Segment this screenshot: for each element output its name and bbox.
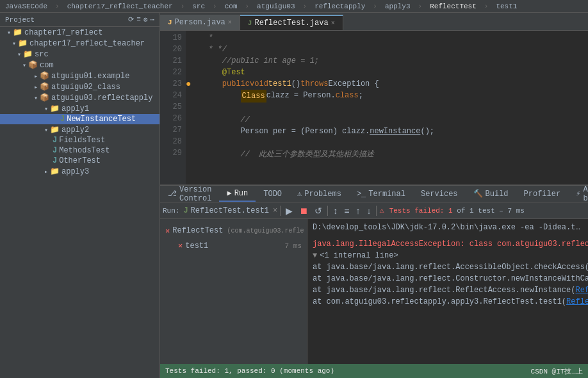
trace-accessible-object: at java.base/java.lang.reflect.Accessibl… [313, 261, 583, 273]
warning-icon: ⚠ [379, 206, 384, 215]
tree-item-apply2[interactable]: ▾ 📁 apply2 [0, 124, 159, 135]
run-status-text: Tests failed: 1 of 1 test – 7 ms [389, 207, 525, 215]
keyword-public: public [222, 78, 250, 90]
sync-icon[interactable]: ⟳ [128, 15, 134, 24]
code-line-27: Person per = (Person) clazz. newInstance… [204, 126, 583, 137]
overall-status-bar: Tests failed: 1, passed: 0 (moments ago)… [160, 364, 588, 378]
tab-label: Auto-build [583, 185, 588, 203]
tab-run[interactable]: ▶ Run [219, 186, 256, 202]
sort-button[interactable]: ↕ [331, 204, 340, 217]
code-text: * */ [204, 44, 227, 55]
stop-button[interactable]: ⏹ [297, 204, 311, 217]
terminal-icon: >_ [357, 190, 366, 199]
collapse-icon[interactable]: ≡ [136, 15, 141, 24]
code-text: () [291, 78, 300, 90]
tab-label: ReflectTest.java [254, 19, 328, 28]
tree-item-label: apply2 [61, 126, 89, 135]
tree-item-chapter17-reflect-teacher[interactable]: ▾ 📁 chapter17_reflect_teacher [0, 38, 159, 49]
tree-item-label: apply3 [61, 167, 89, 176]
tree-item-com[interactable]: ▾ 📦 com [0, 60, 159, 70]
keyword-throws: throws [300, 78, 328, 90]
close-run-icon[interactable]: × [273, 206, 277, 215]
tab-build[interactable]: 🔨 Build [466, 186, 516, 201]
code-text [204, 78, 222, 90]
breadcrumb-chapter: chapter17_reflect_teacher [67, 3, 173, 10]
new-instance-method: newInstance [370, 126, 420, 137]
problems-icon: ⚠ [297, 189, 302, 199]
tree-item-label: chapter17_reflect_teacher [29, 39, 145, 48]
code-text: Person per = (Person) clazz. [204, 126, 370, 137]
tree-item-src[interactable]: ▾ 📁 src [0, 49, 159, 60]
tree-item-fieldstest[interactable]: J FieldsTest [0, 135, 159, 145]
collapse-icon[interactable]: ▼ [313, 250, 317, 261]
class-highlight: Class [241, 90, 266, 103]
editor-area: J Person.java × J ReflectTest.java × 19 … [160, 13, 588, 378]
down-button[interactable]: ↓ [364, 204, 373, 217]
code-line-21: //public int age = 1; [204, 55, 583, 67]
run-error-line: java.lang.IllegalAccessException: class … [313, 238, 583, 250]
tree-item-label: com [40, 61, 54, 70]
run-tree-test1[interactable]: ✕ test1 7 ms [160, 240, 307, 252]
tab-label: Terminal [368, 190, 405, 199]
code-line-24: Class clazz = Person. class ; [204, 90, 583, 103]
trace-prefix: at java.base/java.lang.reflect.Accessibl… [313, 261, 588, 273]
reflect-test-link[interactable]: ReflectTest.java:27 [566, 296, 588, 308]
breadcrumb-reflect: reflectapply [314, 3, 365, 10]
trace-constructor: at java.base/java.lang.reflect.Construct… [313, 273, 583, 284]
settings-icon[interactable]: ⚙ [143, 15, 148, 24]
code-text: @Test [204, 67, 245, 78]
toolbar-sep3 [376, 206, 377, 216]
tab-person-java[interactable]: J Person.java × [160, 15, 240, 30]
breadcrumb-method: test1 [496, 3, 517, 10]
run-icon: ▶ [227, 188, 231, 198]
close-tab-active-icon[interactable]: × [331, 20, 335, 27]
tree-item-methodstest[interactable]: J MethodsTest [0, 145, 159, 156]
error-text: java.lang.IllegalAccessException: class … [313, 240, 588, 249]
code-text: //public int age = 1; [204, 55, 319, 67]
restore-button[interactable]: ↺ [312, 204, 325, 217]
trace-prefix: at java.base/java.lang.reflect.ReflectAc… [313, 284, 575, 296]
tree-item-newinstancetest[interactable]: J NewInstanceTest [0, 114, 159, 124]
test-method-name: test1 [185, 242, 208, 251]
reflect-access-link[interactable]: ReflectAccess.java:645 [575, 284, 588, 296]
tree-item-othertest[interactable]: J OtherTest [0, 156, 159, 166]
bottom-panel: ⎇ Version Control ▶ Run TODO ⚠ Problems … [160, 185, 588, 364]
sidebar-header-icons: ⟳ ≡ ⚙ ⋯ [128, 15, 154, 24]
tab-profiler[interactable]: Profiler [516, 187, 569, 201]
code-text: clazz = Person. [266, 90, 336, 101]
tab-reflecttest-java[interactable]: J ReflectTest.java × [240, 15, 343, 30]
test-time: 7 ms [285, 242, 302, 250]
code-text: (); [420, 126, 434, 137]
trace-reflect-access: at java.base/java.lang.reflect.ReflectAc… [313, 284, 583, 296]
run-toolbar: Run: J ReflectTest.test1 × ▶ ⏹ ↺ ↕ ≡ ↑ ↓… [160, 202, 588, 219]
expand-arrow: ▾ [42, 126, 50, 134]
run-config-name: ReflectTest.test1 [191, 206, 269, 215]
gear-icon[interactable]: ⋯ [150, 15, 154, 24]
tree-item-apply1[interactable]: ▾ 📁 apply1 [0, 103, 159, 114]
tab-label: Run [234, 189, 249, 198]
tests-failed-text: Tests failed: 1 [389, 207, 453, 215]
filter-button[interactable]: ≡ [341, 204, 352, 217]
close-tab-icon[interactable]: × [228, 19, 232, 26]
breadcrumb-sep4: › [245, 3, 250, 10]
keyword-class: class [336, 90, 359, 101]
tab-services[interactable]: Services [413, 187, 466, 201]
tab-todo[interactable]: TODO [256, 187, 290, 201]
breadcrumb-sep3: › [213, 3, 217, 10]
tab-problems[interactable]: ⚠ Problems [290, 186, 349, 201]
tree-item-atguigu01[interactable]: ▸ 📦 atguigu01.example [0, 70, 159, 81]
breadcrumb-sep5: › [303, 3, 307, 10]
trace-text: <1 internal line> [320, 250, 398, 261]
code-text: // 此处三个参数类型及其他相关描述 [204, 149, 374, 160]
tree-item-chapter17-reflect[interactable]: ▾ 📁 chapter17_reflect [0, 27, 159, 38]
tree-item-atguigu03[interactable]: ▾ 📦 atguigu03.reflectapply [0, 92, 159, 103]
up-button[interactable]: ↑ [353, 204, 363, 217]
rerun-button[interactable]: ▶ [283, 204, 295, 217]
tab-terminal[interactable]: >_ Terminal [349, 187, 413, 201]
tree-item-apply3[interactable]: ▸ 📁 apply3 [0, 166, 159, 177]
run-tree-reflecttest[interactable]: ✕ ReflectTest (com.atguigu03.refle 7 ms [160, 222, 307, 240]
code-line-23: public void test1 () throws Exception { [204, 78, 583, 90]
run-title: Run: [163, 207, 179, 215]
package-icon: 📦 [40, 93, 49, 103]
tree-item-atguigu02[interactable]: ▸ 📦 atguigu02_class [0, 81, 159, 92]
